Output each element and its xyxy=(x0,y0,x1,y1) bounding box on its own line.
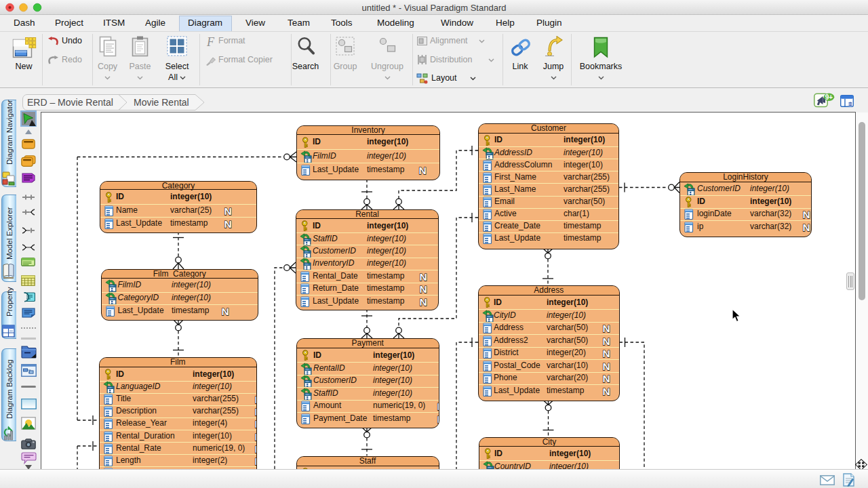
svg-text:N: N xyxy=(419,297,427,307)
svg-text:N: N xyxy=(221,306,229,317)
svg-text:N: N xyxy=(254,444,256,454)
svg-text:N: N xyxy=(254,432,256,442)
svg-text:N: N xyxy=(802,209,810,220)
svg-text:N: N xyxy=(254,394,256,405)
svg-text:N: N xyxy=(418,165,426,176)
svg-text:N: N xyxy=(224,206,231,216)
svg-text:N: N xyxy=(254,407,256,417)
svg-text:N: N xyxy=(437,401,439,411)
svg-text:N: N xyxy=(254,456,256,466)
svg-text:N: N xyxy=(419,284,427,294)
svg-text:N: N xyxy=(419,272,427,282)
svg-text:N: N xyxy=(254,419,256,429)
svg-text:N: N xyxy=(802,222,810,232)
svg-text:N: N xyxy=(602,361,610,371)
svg-text:N: N xyxy=(602,323,610,333)
svg-text:N: N xyxy=(437,414,439,424)
svg-text:N: N xyxy=(602,348,610,359)
svg-text:N: N xyxy=(602,336,610,346)
svg-text:N: N xyxy=(602,373,610,384)
svg-text:N: N xyxy=(224,219,231,229)
svg-text:9+: 9+ xyxy=(825,94,833,101)
svg-text:N: N xyxy=(602,386,610,396)
